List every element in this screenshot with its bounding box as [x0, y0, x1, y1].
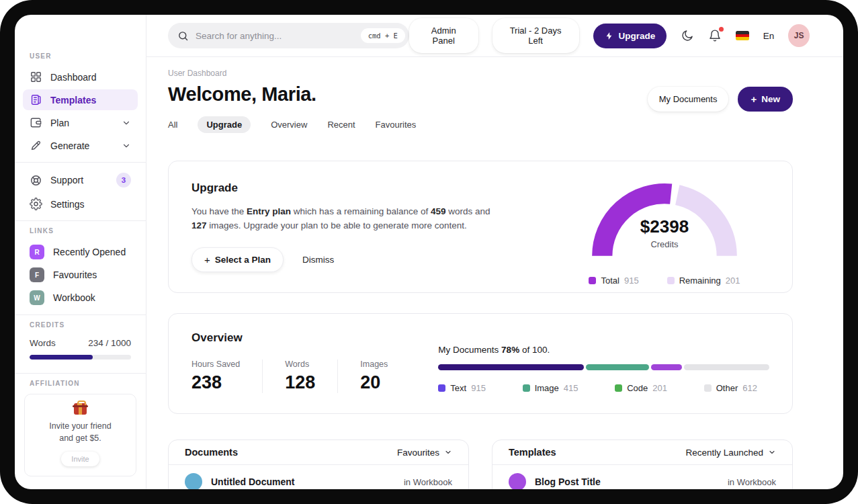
sidebar-link-recently-opened[interactable]: R Recently Opened [23, 241, 138, 263]
document-row[interactable]: Untitled Document in Workbook [169, 465, 468, 489]
link-label: Workbook [53, 292, 95, 303]
search-input[interactable] [196, 31, 354, 41]
main-area: cmd + E Admin Panel Trial - 2 Days Left … [146, 15, 843, 489]
sidebar-item-label: Settings [50, 199, 85, 210]
overview-card: Overview Hours Saved 238 Words 128 Image… [168, 313, 793, 414]
dismiss-button[interactable]: Dismiss [302, 255, 334, 265]
template-row[interactable]: Blog Post Title in Workbook [492, 465, 792, 489]
select-plan-label: Select a Plan [215, 255, 271, 265]
user-avatar[interactable]: JS [788, 24, 810, 47]
segment-other [684, 364, 769, 370]
affiliation-card: Invite your friend and get $5. Invite [24, 394, 136, 476]
documents-filter-dropdown[interactable]: Favourites [397, 448, 452, 458]
my-documents-button[interactable]: My Documents [648, 87, 729, 112]
section-label-links: LINKS [23, 227, 138, 235]
document-name: Untitled Document [211, 476, 294, 487]
sidebar-divider [15, 162, 146, 163]
documents-card: Documents Favourites Untitled Document i… [168, 439, 469, 489]
breadcrumb: User Dashboard [168, 69, 416, 78]
documents-card-title: Documents [185, 447, 238, 458]
affiliation-text-line2: and get $5. [30, 432, 130, 444]
upgrade-card-body: You have the Entry plan which has a rema… [191, 205, 501, 233]
link-initial-badge: W [30, 290, 44, 305]
sidebar-item-templates[interactable]: Templates [23, 89, 138, 110]
upgrade-card-title: Upgrade [191, 181, 501, 195]
sidebar-item-label: Plan [50, 118, 69, 128]
admin-panel-button[interactable]: Admin Panel [409, 18, 478, 53]
search-bar[interactable]: cmd + E [168, 23, 409, 48]
section-label-user: USER [23, 52, 138, 60]
tab-overview[interactable]: Overview [271, 120, 307, 130]
sidebar-item-label: Templates [50, 95, 96, 106]
sidebar-item-label: Generate [50, 140, 89, 151]
german-flag-icon[interactable] [736, 31, 749, 40]
legend-swatch [615, 384, 622, 392]
tab-favourites[interactable]: Favourites [376, 120, 417, 130]
tab-upgrade[interactable]: Upgrade [198, 116, 251, 133]
app-window: USER Dashboard Templates Plan Generate S… [15, 15, 843, 489]
sidebar-item-plan[interactable]: Plan [23, 112, 138, 133]
dark-mode-toggle[interactable] [681, 29, 694, 42]
pencil-icon [30, 139, 42, 152]
notifications-button[interactable] [708, 29, 722, 42]
document-location: in Workbook [404, 477, 452, 487]
link-initial-badge: R [30, 245, 44, 259]
notification-dot [719, 27, 724, 32]
upgrade-button[interactable]: Upgrade [593, 24, 667, 48]
tab-all[interactable]: All [168, 120, 177, 130]
templates-filter-dropdown[interactable]: Recently Launched [685, 448, 776, 458]
upgrade-card: Upgrade You have the Entry plan which ha… [168, 161, 793, 293]
page-content: User Dashboard Welcome, Maria. All Upgra… [146, 57, 843, 489]
overview-legend: Text 915 Image 415 Code 201 [438, 383, 769, 393]
legend-item-code: Code 201 [615, 383, 667, 393]
link-label: Favourites [53, 269, 97, 280]
sidebar-item-settings[interactable]: Settings [23, 194, 138, 214]
templates-card-title: Templates [509, 447, 556, 458]
legend-item-remaining: Remaining 201 [667, 276, 740, 286]
gear-icon [30, 198, 42, 210]
link-initial-badge: F [30, 267, 44, 282]
new-button[interactable]: + New [738, 87, 793, 112]
credits-type-label: Words [30, 338, 56, 348]
legend-swatch [704, 384, 712, 392]
moon-icon [681, 29, 694, 42]
legend-swatch [667, 277, 675, 284]
sidebar-item-generate[interactable]: Generate [23, 135, 138, 156]
overview-card-title: Overview [191, 331, 410, 345]
stat-words: Words 128 [262, 360, 337, 393]
credits-progress-fill [30, 355, 93, 360]
trial-status-button[interactable]: Trial - 2 Days Left [492, 18, 579, 53]
credits-value: 234 / 1000 [88, 338, 131, 348]
tab-recent[interactable]: Recent [327, 120, 355, 130]
sidebar-item-dashboard[interactable]: Dashboard [23, 67, 138, 87]
link-label: Recently Opened [53, 247, 126, 257]
legend-item-other: Other 612 [704, 383, 757, 393]
new-button-label: New [761, 94, 780, 104]
segment-image [586, 364, 649, 370]
sidebar-item-support[interactable]: Support 3 [23, 169, 138, 192]
legend-swatch [589, 277, 596, 284]
overview-stats: Hours Saved 238 Words 128 Images 20 [191, 360, 410, 393]
template-location: in Workbook [728, 477, 776, 487]
plus-icon: + [750, 93, 757, 105]
templates-card: Templates Recently Launched Blog Post Ti… [492, 439, 793, 489]
select-plan-button[interactable]: + Select a Plan [191, 247, 284, 272]
sidebar-divider [15, 314, 146, 315]
stacked-progress-bar [438, 364, 769, 370]
topbar: cmd + E Admin Panel Trial - 2 Days Left … [146, 15, 843, 57]
sidebar: USER Dashboard Templates Plan Generate S… [15, 15, 146, 489]
language-selector[interactable]: En [763, 31, 775, 41]
segment-code [651, 364, 683, 370]
sidebar-link-favourites[interactable]: F Favourites [23, 264, 138, 286]
template-avatar [509, 473, 526, 489]
legend-swatch [523, 384, 530, 392]
invite-button[interactable]: Invite [61, 452, 99, 466]
stat-hours-saved: Hours Saved 238 [191, 360, 262, 393]
chevron-down-icon [768, 448, 776, 456]
lifebuoy-icon [30, 174, 42, 187]
document-avatar [185, 473, 202, 489]
sidebar-link-workbook[interactable]: W Workbook [23, 287, 138, 308]
credits-progress-track [30, 355, 131, 360]
lightning-bolt-icon [605, 32, 613, 40]
search-icon [177, 30, 189, 42]
